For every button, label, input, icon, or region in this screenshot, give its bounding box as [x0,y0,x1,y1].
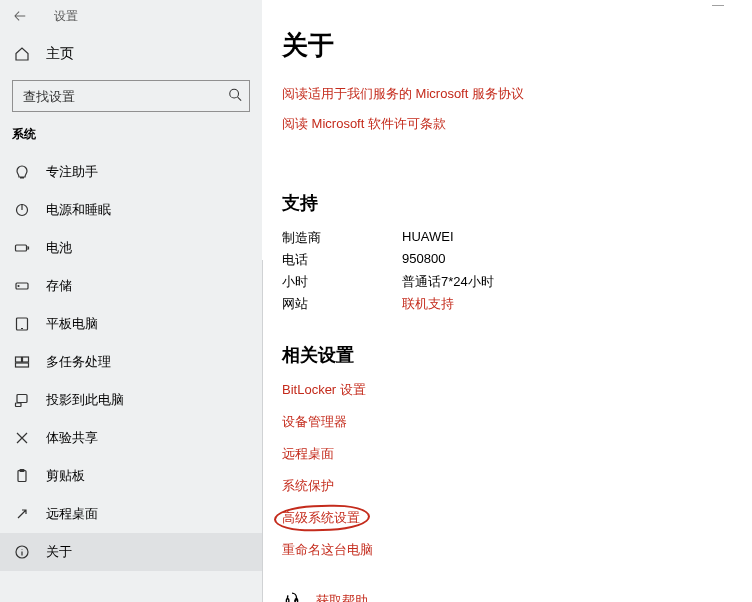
sidebar-item-home[interactable]: 主页 [12,38,262,70]
page-title: 关于 [282,28,752,63]
sidebar-item-power[interactable]: 电源和睡眠 [0,191,262,229]
support-heading: 支持 [282,191,752,215]
sidebar-item-label: 关于 [46,543,72,561]
power-icon [12,200,32,220]
support-key: 电话 [282,251,402,269]
get-help-link[interactable]: 获取帮助 [316,592,368,602]
sidebar-item-battery[interactable]: 电池 [0,229,262,267]
share-icon [12,428,32,448]
sidebar-item-label: 剪贴板 [46,467,85,485]
related-link-5[interactable]: 重命名这台电脑 [282,541,373,559]
sidebar-item-clipboard[interactable]: 剪贴板 [0,457,262,495]
support-value: 普通话7*24小时 [402,273,494,291]
sidebar-item-remote[interactable]: 远程桌面 [0,495,262,533]
related-link-2[interactable]: 远程桌面 [282,445,334,463]
top-link-1[interactable]: 阅读 Microsoft 软件许可条款 [282,115,446,133]
search-input[interactable] [12,80,250,112]
remote-icon [12,504,32,524]
svg-point-0 [230,89,239,98]
svg-point-4 [18,286,19,287]
sidebar-item-about[interactable]: 关于 [0,533,262,571]
clipboard-icon [12,466,32,486]
support-key: 小时 [282,273,402,291]
support-value: HUAWEI [402,229,454,247]
support-value-link[interactable]: 联机支持 [402,295,454,313]
related-link-3[interactable]: 系统保护 [282,477,334,495]
sidebar-item-label: 远程桌面 [46,505,98,523]
window-title: 设置 [54,8,78,25]
svg-rect-7 [23,357,29,362]
tablet-icon [12,314,32,334]
support-row: 制造商HUAWEI [282,229,752,247]
multitask-icon [12,352,32,372]
home-label: 主页 [46,45,74,63]
get-help-row[interactable]: 获取帮助 [282,591,752,602]
sidebar-item-label: 多任务处理 [46,353,111,371]
top-link-0[interactable]: 阅读适用于我们服务的 Microsoft 服务协议 [282,85,524,103]
svg-rect-8 [16,363,29,367]
svg-rect-6 [16,357,22,362]
sidebar-item-multitask[interactable]: 多任务处理 [0,343,262,381]
svg-rect-9 [17,395,27,403]
main-content: 关于 阅读适用于我们服务的 Microsoft 服务协议阅读 Microsoft… [262,0,752,602]
sidebar-item-label: 电池 [46,239,72,257]
support-key: 网站 [282,295,402,313]
support-row: 网站联机支持 [282,295,752,313]
svg-rect-2 [16,245,27,251]
sidebar-item-label: 专注助手 [46,163,98,181]
related-link-1[interactable]: 设备管理器 [282,413,347,431]
sidebar-item-label: 存储 [46,277,72,295]
sidebar-item-tablet[interactable]: 平板电脑 [0,305,262,343]
svg-rect-11 [18,471,26,482]
support-value: 950800 [402,251,445,269]
svg-rect-10 [16,403,22,407]
search-icon [228,88,242,105]
related-link-4[interactable]: 高级系统设置 [282,509,360,527]
sidebar-item-label: 电源和睡眠 [46,201,111,219]
related-heading: 相关设置 [282,343,752,367]
category-header: 系统 [12,126,262,143]
related-link-0[interactable]: BitLocker 设置 [282,381,366,399]
support-row: 电话950800 [282,251,752,269]
sidebar-item-label: 体验共享 [46,429,98,447]
about-icon [12,542,32,562]
minimize-icon[interactable] [712,5,724,6]
help-icon [282,591,302,602]
battery-icon [12,238,32,258]
sidebar-item-label: 投影到此电脑 [46,391,124,409]
home-icon [12,44,32,64]
sidebar-item-focus[interactable]: 专注助手 [0,153,262,191]
project-icon [12,390,32,410]
back-icon[interactable] [10,6,30,26]
storage-icon [12,276,32,296]
divider [262,260,263,602]
sidebar-item-project[interactable]: 投影到此电脑 [0,381,262,419]
focus-icon [12,162,32,182]
support-row: 小时普通话7*24小时 [282,273,752,291]
sidebar-item-share[interactable]: 体验共享 [0,419,262,457]
support-key: 制造商 [282,229,402,247]
sidebar-item-storage[interactable]: 存储 [0,267,262,305]
sidebar-item-label: 平板电脑 [46,315,98,333]
